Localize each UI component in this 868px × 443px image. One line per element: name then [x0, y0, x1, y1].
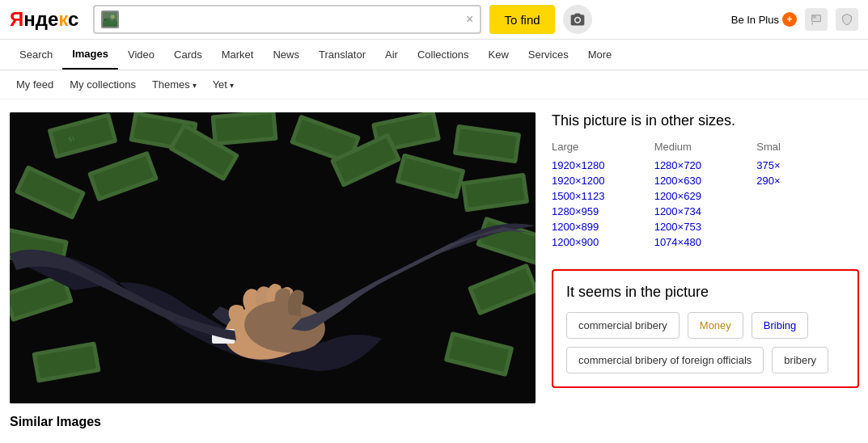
main-content: $1 — [0, 99, 868, 442]
sub-nav-mycollections[interactable]: My collections — [63, 75, 142, 94]
sub-nav-myfeed[interactable]: My feed — [10, 75, 60, 94]
seems-title: It seems in the picture — [566, 284, 845, 301]
sizes-col-large: Large 1920×1280 1920×1200 1500×1123 1280… — [552, 141, 654, 250]
sizes-col-medium-header: Medium — [654, 141, 757, 158]
tag-commercial-bribery[interactable]: commercial bribery — [566, 312, 680, 339]
main-image-svg: $1 — [10, 112, 536, 403]
size-link-1200x629[interactable]: 1200×629 — [654, 188, 757, 204]
nav-video[interactable]: Video — [118, 40, 164, 69]
clear-search-button[interactable]: × — [466, 13, 473, 26]
sizes-title: This picture is in other sizes. — [552, 112, 859, 129]
main-image-container: $1 — [10, 112, 536, 403]
search-bar: Uploaded picture × — [93, 5, 481, 34]
size-link-1920x1200[interactable]: 1920×1200 — [552, 173, 654, 188]
tag-bribing[interactable]: Bribing — [752, 312, 808, 339]
size-link-1200x900[interactable]: 1200×900 — [552, 234, 654, 250]
flag-icon-button[interactable] — [805, 8, 828, 31]
size-link-1074x480[interactable]: 1074×480 — [654, 234, 757, 250]
camera-button[interactable] — [563, 5, 592, 34]
sizes-col-large-header: Large — [552, 141, 654, 158]
nav-search[interactable]: Search — [10, 40, 62, 69]
header: Яндекс Uploaded picture × To find Be In … — [0, 0, 868, 40]
uploaded-thumbnail — [101, 11, 119, 28]
size-link-1200x899[interactable]: 1200×899 — [552, 219, 654, 234]
nav-images[interactable]: Images — [62, 40, 118, 70]
sizes-col-small: Smal 375× 290× — [756, 141, 859, 250]
camera-icon — [569, 11, 586, 27]
be-in-plus[interactable]: Be In Plus + — [731, 12, 797, 27]
sub-nav: My feed My collections Themes Yet — [0, 70, 868, 99]
seems-box: It seems in the picture commercial bribe… — [552, 269, 859, 388]
tag-bribery[interactable]: bribery — [772, 347, 828, 373]
nav-collections[interactable]: Collections — [408, 40, 479, 69]
flag-icon — [810, 13, 823, 26]
svg-point-2 — [111, 15, 115, 19]
tag-commercial-bribery-foreign[interactable]: commercial bribery of foreign officials — [566, 347, 764, 373]
svg-point-3 — [575, 18, 579, 22]
sub-nav-themes[interactable]: Themes — [146, 75, 203, 94]
nav-market[interactable]: Market — [212, 40, 264, 69]
right-panel: This picture is in other sizes. Large 19… — [552, 112, 859, 429]
search-input[interactable]: Uploaded picture — [124, 14, 461, 26]
shield-icon — [840, 13, 853, 26]
svg-rect-4 — [812, 23, 813, 25]
shield-icon-button[interactable] — [836, 8, 858, 31]
be-in-plus-label: Be In Plus — [731, 14, 779, 26]
seems-tags: commercial bribery Money Bribing commerc… — [566, 312, 845, 373]
tag-money[interactable]: Money — [688, 312, 743, 339]
nav-air[interactable]: Air — [375, 40, 408, 69]
sizes-table: Large 1920×1280 1920×1200 1500×1123 1280… — [552, 141, 859, 250]
plus-badge-icon: + — [782, 12, 797, 27]
nav-services[interactable]: Services — [519, 40, 578, 69]
nav-news[interactable]: News — [263, 40, 309, 69]
size-link-1200x753[interactable]: 1200×753 — [654, 219, 757, 234]
main-nav: Search Images Video Cards Market News Tr… — [0, 40, 868, 70]
size-link-1200x630[interactable]: 1200×630 — [654, 173, 757, 188]
nav-more[interactable]: More — [578, 40, 622, 69]
sub-nav-yet[interactable]: Yet — [206, 75, 240, 94]
nav-kew[interactable]: Kew — [479, 40, 519, 69]
sizes-col-medium: Medium 1280×720 1200×630 1200×629 1200×7… — [654, 141, 757, 250]
sizes-col-small-header: Smal — [756, 141, 859, 158]
size-link-1500x1123[interactable]: 1500×1123 — [552, 188, 654, 204]
image-section: $1 — [10, 112, 536, 429]
find-button[interactable]: To find — [489, 5, 554, 34]
similar-images-label: Similar Images — [10, 415, 536, 429]
size-link-1280x720[interactable]: 1280×720 — [654, 158, 757, 173]
size-link-375[interactable]: 375× — [756, 158, 859, 173]
size-link-290[interactable]: 290× — [756, 173, 859, 188]
nav-translator[interactable]: Translator — [309, 40, 375, 69]
nav-cards[interactable]: Cards — [164, 40, 212, 69]
size-link-1200x734[interactable]: 1200×734 — [654, 204, 757, 219]
size-link-1280x959[interactable]: 1280×959 — [552, 204, 654, 219]
size-link-1920x1280[interactable]: 1920×1280 — [552, 158, 654, 173]
header-right: Be In Plus + — [731, 8, 858, 31]
yandex-logo: Яндекс — [10, 8, 78, 31]
